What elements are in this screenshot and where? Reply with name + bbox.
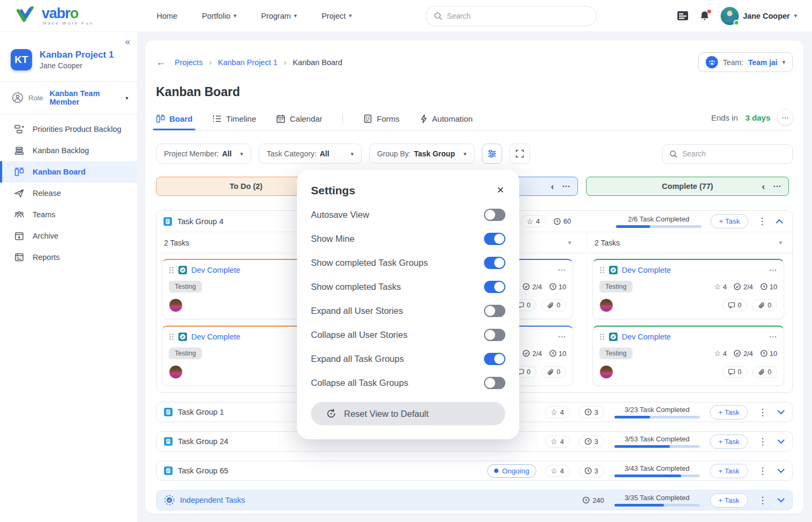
close-icon[interactable]: ✕ bbox=[496, 184, 505, 197]
toggle-collapse-all-task-groups[interactable] bbox=[484, 377, 505, 389]
project-member-filter[interactable]: Project Member: All ▾ bbox=[156, 144, 251, 164]
add-task-button[interactable]: + Task bbox=[710, 464, 748, 478]
chevron-down-icon: ▾ bbox=[794, 13, 797, 19]
global-search-input[interactable] bbox=[447, 12, 589, 20]
column-collapse-icon[interactable]: ‹ bbox=[551, 182, 554, 191]
collapse-group-chevron-icon[interactable] bbox=[776, 219, 783, 224]
toggle-show-completed-task-groups[interactable] bbox=[484, 257, 505, 269]
user-name: Jane Cooper bbox=[743, 12, 790, 20]
board-search[interactable] bbox=[662, 144, 793, 164]
view-settings-button[interactable] bbox=[482, 144, 502, 164]
toggle-collapse-all-user-stories[interactable] bbox=[484, 329, 505, 341]
task-title-link[interactable]: Dev Complete bbox=[622, 333, 671, 341]
expand-group-chevron-icon[interactable] bbox=[777, 498, 785, 503]
avatar[interactable] bbox=[721, 7, 739, 25]
column-menu-icon[interactable]: ⋯ bbox=[773, 181, 782, 191]
nav-home[interactable]: Home bbox=[157, 12, 177, 20]
breadcrumb-project[interactable]: Kanban Project 1 bbox=[218, 58, 277, 67]
reset-view-button[interactable]: Reset View to Default bbox=[311, 402, 505, 425]
column-collapse-icon[interactable]: ‹ bbox=[762, 182, 765, 191]
sidebar-item-archive[interactable]: Archive bbox=[0, 225, 137, 247]
drag-handle-icon[interactable] bbox=[599, 266, 605, 274]
sidebar-item-reports[interactable]: Reports bbox=[0, 247, 137, 268]
drag-handle-icon[interactable] bbox=[169, 266, 174, 274]
attachments-stat[interactable]: 0 bbox=[752, 299, 777, 311]
group-menu-icon[interactable]: ⋮ bbox=[756, 407, 769, 418]
task-title-link[interactable]: Dev Complete bbox=[191, 266, 240, 274]
tab-forms[interactable]: Forms bbox=[363, 114, 400, 130]
sidebar-item-kanban-board[interactable]: Kanban Board bbox=[0, 161, 137, 183]
task-title-link[interactable]: Dev Complete bbox=[191, 333, 240, 341]
task-group-65-row[interactable]: Task Group 65 Ongoing ☆4 3 3/43 Task Com… bbox=[156, 461, 793, 481]
group-by-filter[interactable]: Group By: Task Group ▾ bbox=[369, 144, 474, 164]
task-menu-icon[interactable]: ⋯ bbox=[558, 265, 566, 275]
brand-tagline: Make Work Fun bbox=[43, 21, 93, 26]
priorities-backlog-icon bbox=[14, 124, 25, 135]
team-icon bbox=[706, 56, 718, 68]
done-ratio-stat: 2/4 bbox=[733, 283, 753, 291]
board-search-input[interactable] bbox=[682, 149, 786, 158]
vabro-logo[interactable]: vabro Make Work Fun bbox=[16, 6, 93, 26]
tab-automation[interactable]: Automation bbox=[420, 114, 473, 130]
sidebar-item-release[interactable]: Release bbox=[0, 183, 137, 204]
chevron-down-icon[interactable]: ▾ bbox=[779, 239, 782, 246]
add-task-button[interactable]: + Task bbox=[710, 493, 748, 508]
story-points-stat: ☆4 bbox=[545, 436, 570, 448]
expand-group-chevron-icon[interactable] bbox=[777, 439, 785, 444]
add-task-button[interactable]: + Task bbox=[710, 434, 748, 449]
ends-in-value: 3 days bbox=[745, 113, 770, 122]
toggle-show-completed-tasks[interactable] bbox=[484, 281, 505, 293]
sidebar-collapse-icon[interactable]: « bbox=[125, 36, 130, 48]
group-menu-icon[interactable]: ⋮ bbox=[756, 436, 769, 447]
chevron-down-icon[interactable]: ▾ bbox=[568, 239, 571, 246]
back-arrow-icon[interactable]: ← bbox=[156, 57, 166, 68]
global-search[interactable] bbox=[426, 6, 597, 26]
drag-handle-icon[interactable] bbox=[169, 333, 174, 341]
nav-project[interactable]: Project▾ bbox=[322, 12, 352, 20]
sidebar-item-priorities-product-backlog[interactable]: Priorities Product Backlog bbox=[0, 118, 137, 140]
toggle-autosave-view[interactable] bbox=[484, 209, 505, 221]
independent-tasks-row[interactable]: Independent Tasks 240 3/35 Task Complete… bbox=[156, 490, 793, 510]
team-selector[interactable]: Team: Team jai ▾ bbox=[698, 52, 793, 72]
fullscreen-button[interactable] bbox=[510, 144, 530, 164]
breadcrumb: ← Projects › Kanban Project 1 › Kanban B… bbox=[156, 57, 342, 68]
task-menu-icon[interactable]: ⋯ bbox=[769, 265, 777, 275]
drag-handle-icon[interactable] bbox=[599, 333, 605, 341]
toggle-show-mine[interactable] bbox=[484, 233, 505, 245]
nav-portfolio[interactable]: Portfolio▾ bbox=[202, 12, 237, 20]
group-menu-icon[interactable]: ⋮ bbox=[756, 495, 769, 506]
add-task-button[interactable]: + Task bbox=[710, 214, 748, 228]
notifications-bell-icon[interactable] bbox=[700, 11, 709, 21]
tab-calendar[interactable]: Calendar bbox=[276, 114, 322, 130]
column-menu-icon[interactable]: ⋯ bbox=[562, 181, 571, 191]
comments-stat[interactable]: 0 bbox=[722, 366, 747, 378]
task-menu-icon[interactable]: ⋯ bbox=[558, 332, 566, 342]
task-card[interactable]: Dev Complete ⋯ Testing ☆4 2/4 10 bbox=[592, 259, 784, 319]
attachments-stat[interactable]: 0 bbox=[752, 366, 777, 378]
attachments-stat[interactable]: 0 bbox=[541, 299, 566, 311]
user-menu[interactable]: Jane Cooper ▾ bbox=[721, 7, 797, 25]
toggle-expand-all-task-groups[interactable] bbox=[484, 353, 505, 365]
nav-program[interactable]: Program▾ bbox=[261, 12, 297, 20]
breadcrumb-projects[interactable]: Projects bbox=[175, 58, 202, 67]
board-more-menu[interactable]: ⋯ bbox=[778, 110, 793, 125]
tab-timeline[interactable]: Timeline bbox=[213, 114, 256, 130]
done-ratio-stat: 2/4 bbox=[522, 350, 542, 358]
task-title-link[interactable]: Dev Complete bbox=[622, 266, 671, 274]
role-selector[interactable]: Role Kanban Team Member ▾ bbox=[0, 82, 137, 114]
expand-group-chevron-icon[interactable] bbox=[777, 410, 785, 415]
add-task-button[interactable]: + Task bbox=[710, 405, 748, 420]
comments-stat[interactable]: 0 bbox=[722, 299, 747, 311]
attachments-stat[interactable]: 0 bbox=[541, 366, 566, 378]
group-menu-icon[interactable]: ⋮ bbox=[756, 465, 769, 477]
group-menu-icon[interactable]: ⋮ bbox=[756, 216, 768, 227]
sidebar-item-kanban-backlog[interactable]: Kanban Backlog bbox=[0, 140, 137, 161]
tab-board[interactable]: Board bbox=[156, 114, 192, 130]
news-feed-icon[interactable] bbox=[677, 11, 689, 21]
sidebar-item-teams[interactable]: Teams bbox=[0, 204, 137, 225]
task-category-filter[interactable]: Task Category: All ▾ bbox=[259, 144, 362, 164]
task-card[interactable]: Dev Complete ⋯ Testing ☆4 2/4 10 bbox=[592, 326, 784, 386]
toggle-expand-all-user-stories[interactable] bbox=[484, 305, 505, 317]
expand-group-chevron-icon[interactable] bbox=[777, 469, 785, 473]
task-menu-icon[interactable]: ⋯ bbox=[769, 332, 777, 342]
